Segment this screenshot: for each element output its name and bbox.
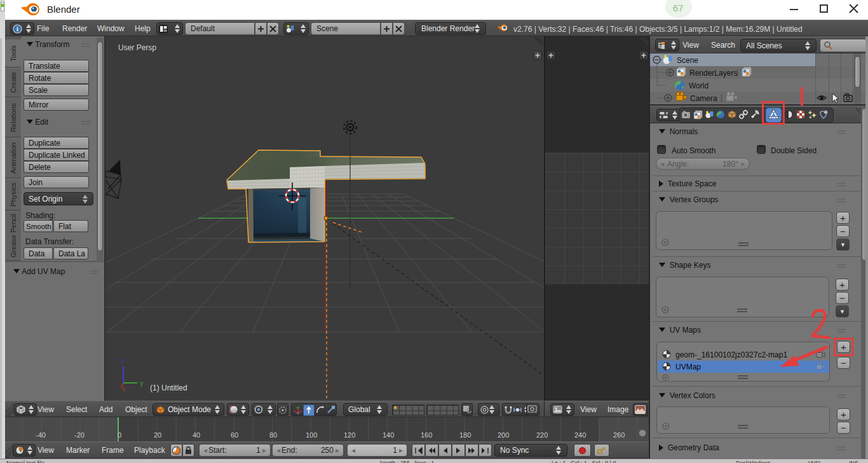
svg-text:World: World xyxy=(689,81,709,90)
svg-text:i: i xyxy=(17,25,18,32)
svg-text:|: | xyxy=(736,68,738,77)
svg-text:RenderLayers: RenderLayers xyxy=(689,69,737,78)
svg-text:z: z xyxy=(121,357,125,364)
svg-text:Camera: Camera xyxy=(690,94,717,103)
svg-text:Scene: Scene xyxy=(677,56,698,65)
svg-text:User Persp: User Persp xyxy=(118,43,156,52)
svg-text:x: x xyxy=(122,385,126,392)
svg-text:(1) Untitled: (1) Untitled xyxy=(150,384,187,392)
svg-text:y: y xyxy=(140,379,144,387)
svg-text:|: | xyxy=(721,93,722,102)
